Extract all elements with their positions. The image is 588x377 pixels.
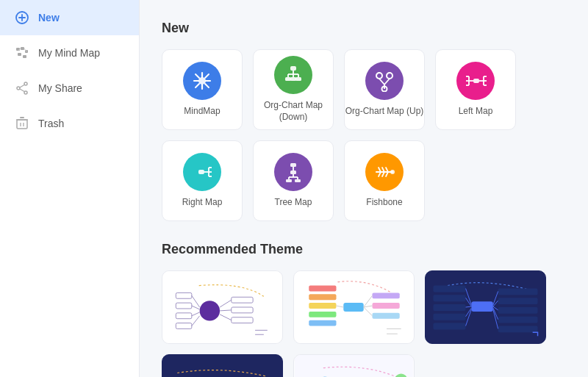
svg-rect-6 bbox=[18, 53, 21, 56]
sidebar-item-trash[interactable]: Trash bbox=[0, 106, 139, 141]
svg-line-41 bbox=[384, 79, 390, 85]
svg-line-40 bbox=[379, 79, 384, 85]
svg-rect-115 bbox=[433, 295, 465, 301]
plus-icon bbox=[15, 10, 29, 25]
svg-rect-124 bbox=[498, 289, 538, 295]
svg-rect-103 bbox=[372, 292, 399, 298]
fishbone-label: Fishbone bbox=[366, 197, 402, 209]
svg-rect-117 bbox=[433, 314, 465, 320]
sidebar-item-my-share[interactable]: My Share bbox=[0, 71, 139, 106]
svg-rect-118 bbox=[433, 323, 465, 330]
svg-point-79 bbox=[200, 301, 220, 320]
svg-rect-126 bbox=[498, 307, 538, 314]
tree-map-label: Tree Map bbox=[275, 197, 312, 209]
svg-point-12 bbox=[17, 87, 20, 90]
recommended-section-title: Recommended Theme bbox=[162, 242, 566, 257]
svg-rect-116 bbox=[433, 304, 465, 311]
theme-card-5[interactable] bbox=[293, 354, 415, 377]
svg-point-38 bbox=[376, 73, 382, 79]
svg-point-11 bbox=[24, 91, 27, 94]
map-card-mindmap[interactable]: MindMap bbox=[162, 49, 243, 130]
svg-rect-102 bbox=[309, 320, 336, 326]
svg-rect-105 bbox=[372, 313, 399, 319]
svg-rect-125 bbox=[498, 298, 538, 304]
org-up-label: Org-Chart Map (Up) bbox=[345, 106, 424, 118]
svg-rect-99 bbox=[309, 294, 336, 300]
svg-rect-127 bbox=[498, 317, 538, 323]
sidebar-item-my-mind-map-label: My Mind Map bbox=[38, 47, 100, 59]
sidebar-item-new-label: New bbox=[38, 12, 60, 24]
svg-rect-37 bbox=[295, 77, 301, 81]
fishbone-icon-circle bbox=[365, 153, 404, 191]
svg-line-27 bbox=[196, 84, 199, 87]
theme-card-1[interactable] bbox=[162, 270, 283, 344]
theme-card-4[interactable] bbox=[162, 354, 283, 377]
sidebar-item-my-share-label: My Share bbox=[38, 82, 82, 94]
svg-rect-134 bbox=[163, 355, 282, 377]
map-card-tree[interactable]: Tree Map bbox=[253, 140, 334, 221]
svg-line-25 bbox=[196, 74, 199, 78]
svg-rect-4 bbox=[21, 47, 24, 50]
theme-grid bbox=[162, 270, 566, 377]
left-map-label: Left Map bbox=[459, 106, 493, 118]
sidebar-item-trash-label: Trash bbox=[38, 118, 64, 129]
mindmap-icon-circle bbox=[183, 62, 221, 100]
map-card-right[interactable]: Right Map bbox=[162, 140, 243, 221]
theme-card-2[interactable] bbox=[293, 270, 415, 344]
theme-card-3[interactable] bbox=[425, 270, 546, 344]
map-type-grid: MindMap Org-Chart Map(Down) bbox=[162, 49, 566, 221]
trash-icon bbox=[15, 116, 29, 131]
svg-rect-63 bbox=[290, 170, 296, 174]
svg-line-14 bbox=[20, 89, 24, 92]
svg-rect-114 bbox=[433, 286, 465, 292]
map-card-fishbone[interactable]: Fishbone bbox=[344, 140, 425, 221]
left-icon-circle bbox=[456, 62, 495, 100]
svg-rect-128 bbox=[498, 326, 538, 332]
share-icon bbox=[15, 81, 29, 96]
svg-rect-55 bbox=[198, 170, 204, 174]
svg-line-13 bbox=[20, 85, 24, 88]
svg-rect-97 bbox=[343, 303, 363, 312]
svg-point-39 bbox=[387, 73, 392, 79]
svg-rect-104 bbox=[372, 303, 399, 309]
tree-icon-circle bbox=[274, 153, 312, 191]
main-content: New MindMap bbox=[140, 0, 588, 377]
sidebar: New My Mind Map My Share bbox=[0, 0, 140, 377]
svg-rect-78 bbox=[163, 271, 282, 343]
right-map-label: Right Map bbox=[182, 197, 223, 209]
svg-rect-68 bbox=[286, 179, 292, 182]
svg-line-26 bbox=[205, 74, 209, 78]
org-down-icon-circle bbox=[274, 56, 312, 94]
svg-rect-148 bbox=[295, 355, 414, 377]
sidebar-item-new[interactable]: New bbox=[0, 0, 139, 35]
map-card-org-up[interactable]: Org-Chart Map (Up) bbox=[344, 49, 425, 130]
svg-rect-69 bbox=[295, 179, 301, 182]
svg-rect-36 bbox=[290, 77, 296, 81]
svg-rect-98 bbox=[309, 286, 336, 292]
svg-rect-101 bbox=[309, 312, 336, 317]
mindmap-label: MindMap bbox=[184, 106, 220, 118]
new-section-title: New bbox=[162, 21, 566, 36]
svg-rect-61 bbox=[290, 163, 296, 167]
org-up-icon-circle bbox=[365, 62, 404, 100]
svg-rect-35 bbox=[285, 77, 291, 81]
svg-rect-44 bbox=[473, 79, 479, 83]
svg-line-28 bbox=[205, 84, 209, 87]
svg-rect-29 bbox=[290, 66, 296, 71]
svg-rect-113 bbox=[471, 301, 492, 312]
map-icon bbox=[15, 46, 29, 60]
svg-rect-7 bbox=[23, 55, 26, 58]
svg-rect-15 bbox=[17, 120, 27, 129]
svg-point-10 bbox=[24, 82, 27, 85]
svg-rect-100 bbox=[309, 303, 336, 309]
map-card-org-down[interactable]: Org-Chart Map(Down) bbox=[253, 49, 334, 130]
svg-point-71 bbox=[390, 170, 395, 174]
org-down-label: Org-Chart Map(Down) bbox=[264, 100, 323, 123]
right-icon-circle bbox=[183, 153, 221, 191]
map-card-left[interactable]: Left Map bbox=[435, 49, 516, 130]
sidebar-item-my-mind-map[interactable]: My Mind Map bbox=[0, 35, 139, 71]
